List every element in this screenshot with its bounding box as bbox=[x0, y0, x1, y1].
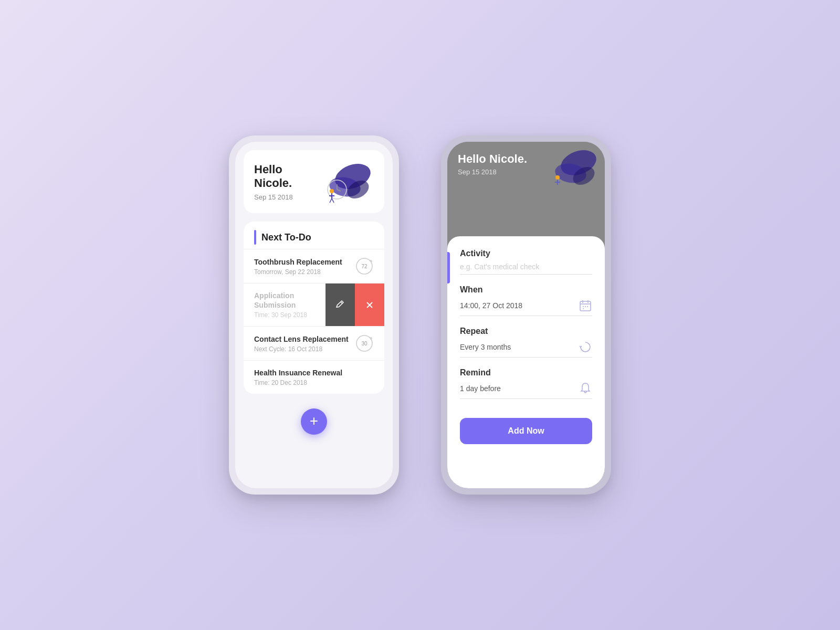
svg-text:30: 30 bbox=[361, 341, 368, 346]
todo-item-2[interactable]: Application Submission Time: 30 Sep 2018 bbox=[244, 283, 384, 326]
when-field[interactable]: When 14:00, 27 Oct 2018 bbox=[460, 285, 592, 316]
svg-point-6 bbox=[330, 189, 334, 193]
delete-icon bbox=[364, 300, 375, 310]
todo-accent-bar bbox=[254, 230, 256, 245]
todo-item-1[interactable]: Toothbrush Replacement Tomorrow, Sep 22 … bbox=[244, 249, 384, 283]
repeat-input-row: Every 3 months bbox=[460, 340, 592, 358]
phone2-greeting: Hello Nicole. bbox=[458, 152, 527, 166]
repeat-icon bbox=[579, 340, 592, 354]
todo-item-3-text: Contact Lens Replacement Next Cycle: 16 … bbox=[254, 334, 349, 353]
todo-item-4-name: Health Insuance Renewal bbox=[254, 369, 342, 377]
svg-point-27 bbox=[583, 306, 584, 307]
svg-point-30 bbox=[583, 308, 584, 309]
edit-icon bbox=[335, 300, 345, 310]
svg-point-20 bbox=[555, 175, 560, 180]
remind-input-row: 1 day before bbox=[460, 382, 592, 399]
svg-line-9 bbox=[330, 198, 332, 203]
todo-item-4[interactable]: Health Insuance Renewal Time: 20 Dec 201… bbox=[244, 360, 384, 394]
add-icon: + bbox=[310, 414, 318, 428]
remind-value: 1 day before bbox=[460, 384, 501, 393]
add-now-button[interactable]: Add Now bbox=[460, 418, 592, 444]
phone2-date: Sep 15 2018 bbox=[458, 168, 527, 176]
phone1-date: Sep 15 2018 bbox=[254, 193, 316, 201]
phone1-greeting: Hello Nicole. bbox=[254, 163, 316, 190]
activity-input-row: e.g. Cat's medical check bbox=[460, 262, 592, 275]
todo-item-3-name: Contact Lens Replacement bbox=[254, 335, 349, 343]
todo-section: Next To-Do Toothbrush Replacement Tomorr… bbox=[244, 222, 384, 394]
calendar-icon bbox=[579, 299, 592, 312]
phone1-header-card: Hello Nicole. Sep 15 2018 bbox=[244, 150, 384, 213]
when-label: When bbox=[460, 285, 592, 295]
swiped-content: Application Submission Time: 30 Sep 2018 bbox=[244, 284, 384, 326]
swipe-delete-button[interactable] bbox=[355, 284, 384, 326]
remind-field[interactable]: Remind 1 day before bbox=[460, 368, 592, 399]
swipe-actions bbox=[326, 284, 384, 326]
add-button[interactable]: + bbox=[301, 408, 327, 435]
repeat-field[interactable]: Repeat Every 3 months bbox=[460, 327, 592, 358]
todo-item-1-subtitle: Tomorrow, Sep 22 2018 bbox=[254, 268, 342, 276]
phone2-illustration bbox=[542, 147, 600, 189]
bell-icon bbox=[579, 382, 592, 395]
repeat-value: Every 3 months bbox=[460, 343, 511, 351]
swipe-edit-button[interactable] bbox=[326, 284, 355, 326]
modal-accent bbox=[447, 252, 450, 284]
svg-line-10 bbox=[332, 198, 334, 203]
phone1-screen: Hello Nicole. Sep 15 2018 bbox=[235, 142, 393, 488]
phone2-header-text: Hello Nicole. Sep 15 2018 bbox=[458, 152, 527, 176]
when-value: 14:00, 27 Oct 2018 bbox=[460, 301, 522, 310]
todo-item-1-text: Toothbrush Replacement Tomorrow, Sep 22 … bbox=[254, 257, 342, 276]
svg-point-29 bbox=[587, 306, 588, 307]
when-input-row: 14:00, 27 Oct 2018 bbox=[460, 299, 592, 316]
todo-item-2-text: Application Submission Time: 30 Sep 2018 bbox=[244, 284, 326, 326]
activity-placeholder: e.g. Cat's medical check bbox=[460, 262, 539, 271]
todo-item-3[interactable]: Contact Lens Replacement Next Cycle: 16 … bbox=[244, 326, 384, 360]
phone1-illustration bbox=[316, 161, 374, 203]
todo-item-4-subtitle: Time: 20 Dec 2018 bbox=[254, 379, 342, 386]
svg-text:72: 72 bbox=[361, 264, 368, 269]
svg-point-28 bbox=[585, 306, 586, 307]
activity-label: Activity bbox=[460, 249, 592, 258]
todo-item-2-name: Application Submission bbox=[254, 291, 296, 309]
phone2-header: Hello Nicole. Sep 15 2018 bbox=[447, 142, 605, 236]
phone2-screen: Hello Nicole. Sep 15 2018 bbox=[447, 142, 605, 488]
form-modal: Activity e.g. Cat's medical check When 1… bbox=[447, 236, 605, 488]
todo-item-1-name: Toothbrush Replacement bbox=[254, 258, 342, 266]
todo-item-4-text: Health Insuance Renewal Time: 20 Dec 201… bbox=[254, 368, 342, 386]
todo-title: Next To-Do bbox=[261, 232, 311, 243]
phone1: Hello Nicole. Sep 15 2018 bbox=[229, 135, 399, 495]
add-btn-container: + bbox=[235, 400, 393, 443]
clock-icon-1: 72 bbox=[355, 257, 374, 276]
phone2: Hello Nicole. Sep 15 2018 bbox=[441, 135, 611, 495]
clock-icon-2: 30 bbox=[355, 334, 374, 353]
repeat-label: Repeat bbox=[460, 327, 592, 336]
todo-item-2-subtitle: Time: 30 Sep 2018 bbox=[254, 311, 315, 319]
remind-label: Remind bbox=[460, 368, 592, 377]
phone1-header-text: Hello Nicole. Sep 15 2018 bbox=[254, 163, 316, 201]
todo-item-3-subtitle: Next Cycle: 16 Oct 2018 bbox=[254, 345, 349, 353]
todo-header: Next To-Do bbox=[244, 222, 384, 249]
activity-field[interactable]: Activity e.g. Cat's medical check bbox=[460, 249, 592, 275]
